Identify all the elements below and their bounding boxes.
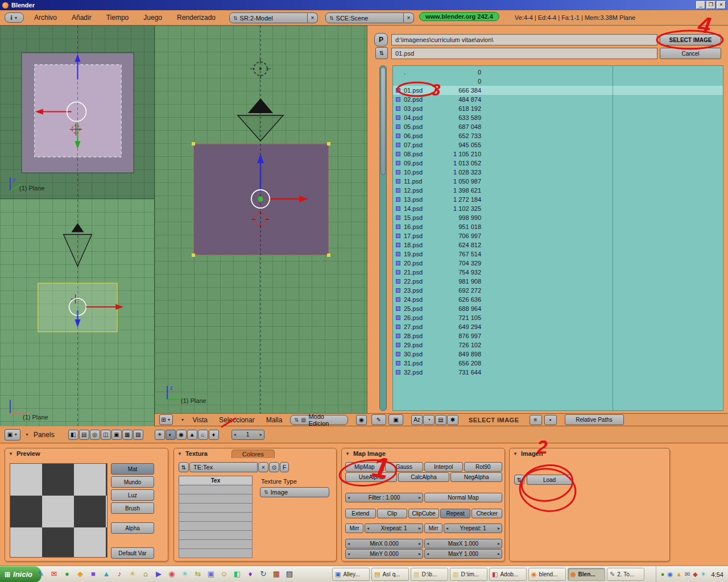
viewport-menu-item[interactable]: Vista bbox=[193, 416, 208, 424]
texture-slot[interactable] bbox=[179, 531, 253, 540]
scrollbar-thumb[interactable] bbox=[380, 67, 386, 175]
quicklaunch-icon[interactable]: ☀ bbox=[128, 569, 137, 579]
taskbar-window-button[interactable]: ◧ Adob... bbox=[489, 568, 527, 581]
quicklaunch-icon[interactable]: ◧ bbox=[233, 569, 242, 579]
recent-dirs-button[interactable]: ⇅ bbox=[375, 47, 388, 59]
default-var-button[interactable]: Default Var bbox=[111, 547, 154, 559]
increment-arrow-icon[interactable]: ▸ bbox=[498, 551, 500, 556]
menu-item[interactable]: Archivo bbox=[34, 14, 57, 22]
quicklaunch-icon[interactable]: ✳ bbox=[180, 569, 189, 579]
context-icon-button[interactable]: ▲ bbox=[187, 430, 197, 440]
decrement-arrow-icon[interactable]: ◂ bbox=[348, 541, 350, 546]
file-row[interactable]: 23.psd 692 272 bbox=[393, 286, 723, 295]
texture-slot[interactable] bbox=[179, 549, 253, 558]
auto-name-button[interactable]: ⊙ bbox=[269, 462, 279, 472]
texture-slot[interactable] bbox=[179, 522, 253, 531]
restore-button[interactable]: ❐ bbox=[706, 1, 715, 9]
file-row[interactable]: 29.psd 726 102 bbox=[393, 340, 723, 350]
file-row[interactable]: 05.psd 687 048 bbox=[393, 122, 723, 131]
decrement-arrow-icon[interactable]: ◂ bbox=[348, 495, 350, 500]
minimize-button[interactable]: _ bbox=[696, 1, 705, 9]
xrepeat-field[interactable]: ◂ Xrepeat: 1 ▸ bbox=[365, 523, 423, 533]
extend-mode-button[interactable]: Repeat bbox=[440, 509, 471, 518]
load-image-button[interactable]: Load bbox=[527, 475, 572, 485]
menu-collapse-icon[interactable]: ▼ bbox=[25, 433, 29, 436]
file-row[interactable]: 02.psd 484 874 bbox=[393, 95, 723, 104]
tray-icon[interactable]: ◉ bbox=[668, 571, 673, 578]
extend-mode-button[interactable]: Clip bbox=[377, 509, 408, 518]
image-browse-button[interactable]: ▣ bbox=[388, 414, 403, 425]
file-row[interactable]: 25.psd 688 964 bbox=[393, 304, 723, 313]
mode-dropdown[interactable]: ⇅ ▦ Modo Edicion bbox=[290, 415, 348, 425]
path-input[interactable] bbox=[391, 34, 657, 45]
panel-preview-header[interactable]: ▼ Preview bbox=[5, 448, 168, 459]
taskbar-window-button[interactable]: ▤ Así q... bbox=[371, 568, 409, 581]
extend-mode-button[interactable]: Checker bbox=[471, 509, 502, 518]
decrement-arrow-icon[interactable]: ◂ bbox=[348, 551, 350, 556]
decrement-arrow-icon[interactable]: ◂ bbox=[427, 541, 429, 546]
file-row[interactable]: 16.psd 951 018 bbox=[393, 222, 723, 231]
view-icon-button[interactable]: ▣ bbox=[111, 430, 122, 440]
delete-screen-button[interactable]: × bbox=[308, 13, 318, 23]
parent-directory-button[interactable]: P bbox=[374, 33, 388, 47]
collapse-triangle-icon[interactable]: ▼ bbox=[177, 451, 182, 456]
edit-path-button[interactable]: ✎ bbox=[371, 414, 386, 425]
toggle-button[interactable]: Rot90 bbox=[464, 462, 503, 472]
texture-browse-button[interactable]: ⇅ bbox=[179, 462, 189, 472]
file-row[interactable]: 19.psd 767 514 bbox=[393, 250, 723, 259]
file-row[interactable]: 22.psd 981 908 bbox=[393, 277, 723, 286]
preview-target-button[interactable]: Mat bbox=[111, 463, 154, 475]
tray-icon[interactable]: ✉ bbox=[685, 571, 690, 578]
file-row[interactable]: 11.psd 1 050 987 bbox=[393, 177, 723, 186]
view-icon-button[interactable]: ▤ bbox=[79, 430, 89, 440]
file-row[interactable]: 32.psd 731 644 bbox=[393, 368, 723, 377]
start-button[interactable]: ⊞ Inicio bbox=[0, 566, 42, 582]
increment-arrow-icon[interactable]: ▸ bbox=[419, 541, 421, 546]
mirror-y-button[interactable]: Mirr bbox=[424, 523, 442, 533]
context-icon-button[interactable]: ◐ bbox=[166, 430, 176, 440]
toggle-button[interactable]: MipMap bbox=[345, 462, 384, 472]
view-icon-button[interactable]: ◫ bbox=[101, 430, 111, 440]
quicklaunch-icon[interactable]: ● bbox=[63, 569, 72, 579]
context-icon-button[interactable]: ♦ bbox=[209, 430, 219, 440]
scene-selector[interactable]: ⇅ SCE:Scene bbox=[325, 13, 404, 23]
decrement-arrow-icon[interactable]: ◂ bbox=[367, 526, 369, 531]
viewport-menu-item[interactable]: Seleccionar bbox=[219, 416, 255, 424]
window-type-button[interactable]: i ▼ bbox=[5, 13, 24, 23]
file-list[interactable]: . 0 .. 0 01.psd 666 384 02.psd 484 874 0 bbox=[392, 65, 723, 411]
context-icon-button[interactable]: ☀ bbox=[155, 430, 165, 440]
file-row[interactable]: 10.psd 1 028 323 bbox=[393, 168, 723, 177]
taskbar-window-button[interactable]: ▥ D:\im... bbox=[450, 568, 487, 581]
texture-slot[interactable] bbox=[179, 485, 253, 494]
draw-mode-button[interactable]: ◉ bbox=[356, 415, 367, 425]
relative-paths-button[interactable]: Relative Paths bbox=[565, 414, 624, 425]
extend-mode-button[interactable]: ClipCube bbox=[408, 509, 439, 518]
increment-arrow-icon[interactable]: ▸ bbox=[498, 541, 500, 546]
texture-slot[interactable] bbox=[179, 504, 253, 513]
list-view-button[interactable]: ≡ bbox=[530, 415, 542, 425]
texture-slot[interactable] bbox=[179, 540, 253, 549]
camera-object[interactable] bbox=[64, 223, 92, 267]
toggle-button[interactable]: NegAlpha bbox=[450, 472, 502, 482]
alpha-button[interactable]: Alpha bbox=[111, 522, 154, 534]
tab-colores[interactable]: Colores bbox=[231, 450, 275, 458]
file-row[interactable]: 04.psd 633 589 bbox=[393, 113, 723, 122]
panels-menu[interactable]: Panels bbox=[34, 431, 55, 439]
file-row[interactable]: 30.psd 849 898 bbox=[393, 350, 723, 359]
menu-item[interactable]: Juego bbox=[143, 14, 162, 22]
preview-target-button[interactable]: Mundo bbox=[111, 476, 154, 488]
viewport-top-left[interactable]: z bbox=[0, 26, 155, 199]
taskbar-window-button[interactable]: ▥ D:\b... bbox=[411, 568, 448, 581]
quicklaunch-icon[interactable]: ■ bbox=[89, 569, 98, 579]
fake-user-button[interactable]: F bbox=[280, 462, 289, 472]
close-button[interactable]: × bbox=[717, 1, 726, 9]
file-row[interactable]: 07.psd 945 055 bbox=[393, 140, 723, 149]
taskbar-window-button[interactable]: ✎ 2. To... bbox=[607, 568, 644, 581]
file-row[interactable]: 03.psd 618 192 bbox=[393, 104, 723, 113]
editor-type-button[interactable]: ⊞ ▼ bbox=[159, 414, 173, 425]
texture-slot[interactable] bbox=[179, 494, 253, 504]
quicklaunch-icon[interactable]: ▲ bbox=[102, 569, 111, 579]
file-row[interactable]: 13.psd 1 272 184 bbox=[393, 195, 723, 204]
menu-item[interactable]: Tiempo bbox=[106, 14, 129, 22]
increment-arrow-icon[interactable]: ▸ bbox=[419, 495, 421, 500]
